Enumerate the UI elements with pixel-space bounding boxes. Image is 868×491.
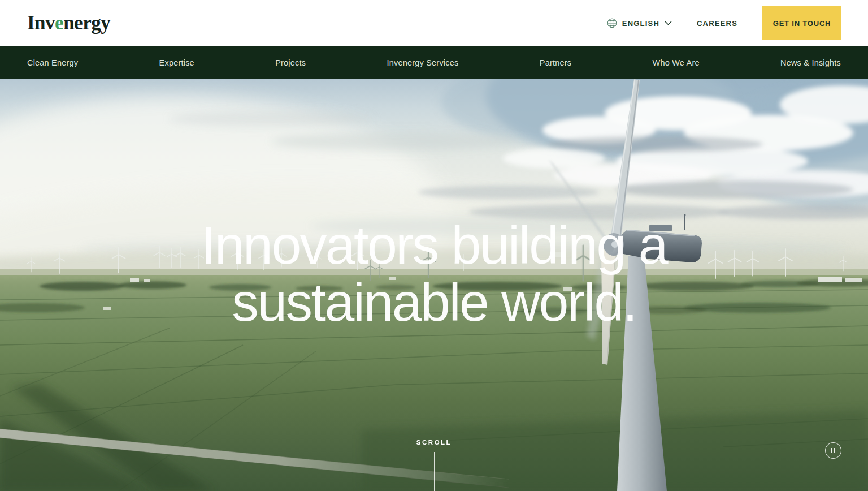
chevron-down-icon (665, 21, 672, 25)
nav-item-clean-energy[interactable]: Clean Energy (27, 58, 78, 67)
logo[interactable]: Invenergy (27, 12, 110, 35)
hero-title-line2: sustainable world. (232, 272, 636, 332)
language-label: ENGLISH (622, 19, 659, 28)
careers-link[interactable]: CAREERS (697, 19, 737, 28)
globe-icon (607, 18, 617, 28)
pause-button[interactable] (825, 442, 841, 459)
site-header: Invenergy ENGLISH CAREERS GET IN TOUCH (0, 0, 868, 46)
nav-item-invenergy-services[interactable]: Invenergy Services (387, 58, 459, 67)
header-actions: ENGLISH CAREERS GET IN TOUCH (607, 6, 841, 40)
nav-item-who-we-are[interactable]: Who We Are (653, 58, 700, 67)
logo-text-accent: e (55, 12, 63, 34)
pause-icon (831, 448, 832, 453)
hero-title-line1: Innovators building a (201, 215, 667, 275)
nav-item-projects[interactable]: Projects (275, 58, 306, 67)
logo-text-pre: Inv (27, 12, 55, 34)
pause-icon-bar2 (834, 448, 835, 453)
nav-item-expertise[interactable]: Expertise (159, 58, 194, 67)
logo-text-post: nergy (63, 12, 110, 34)
get-in-touch-button[interactable]: GET IN TOUCH (762, 6, 841, 40)
nav-item-partners[interactable]: Partners (540, 58, 571, 67)
hero-title: Innovators building a sustainable world. (0, 217, 868, 331)
main-nav: Clean Energy Expertise Projects Invenerg… (0, 46, 868, 79)
nav-item-news-insights[interactable]: News & Insights (780, 58, 841, 67)
hero-section: Innovators building a sustainable world.… (0, 79, 868, 491)
language-selector[interactable]: ENGLISH (607, 18, 672, 28)
